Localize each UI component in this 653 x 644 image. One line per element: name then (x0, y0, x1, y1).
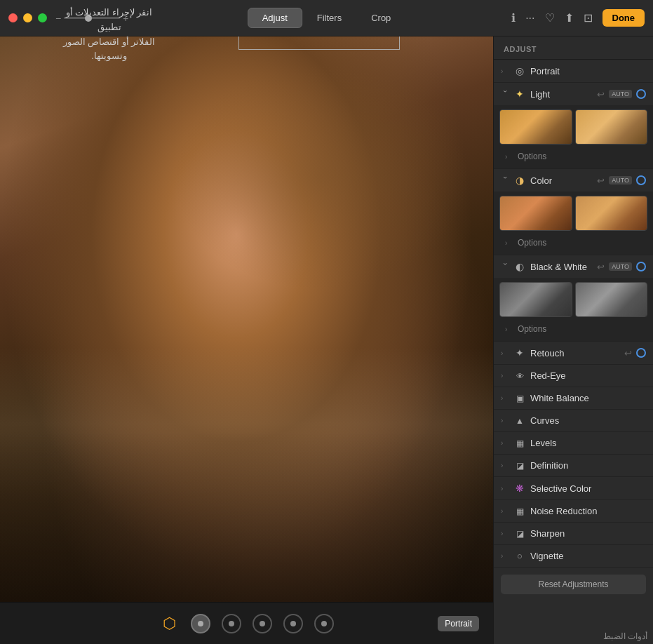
retouch-toggle[interactable] (636, 348, 646, 358)
color-toggle[interactable] (636, 175, 646, 185)
bw-thumb-1[interactable] (499, 282, 572, 317)
adj-row-redeye[interactable]: › 👁 Red-Eye (494, 365, 653, 387)
traffic-lights (8, 13, 47, 22)
color-undo-icon[interactable]: ↩ (597, 175, 605, 186)
light-toggle[interactable] (636, 89, 646, 99)
color-adj-icon: ◑ (513, 175, 526, 186)
bw-thumbnails (499, 282, 647, 317)
adj-item-wb: › ▣ White Balance (494, 387, 653, 410)
adj-row-retouch[interactable]: › ✦ Retouch ↩ (494, 342, 653, 364)
info-icon[interactable]: ℹ (511, 11, 516, 25)
more-icon[interactable]: ··· (525, 12, 534, 25)
adj-row-bw[interactable]: › ◐ Black & White ↩ AUTO (494, 255, 653, 278)
light-auto-btn[interactable]: AUTO (609, 90, 632, 98)
chevron-sharpen: › (501, 530, 509, 537)
crop-icon[interactable]: ⊡ (584, 11, 593, 25)
adjust-panel: ADJUST › ◎ Portrait › ✦ Light ↩ AUTO (493, 36, 653, 644)
view-btn-2[interactable] (222, 614, 241, 633)
adjust-scroll[interactable]: › ◎ Portrait › ✦ Light ↩ AUTO (494, 60, 653, 644)
bw-undo-icon[interactable]: ↩ (597, 262, 605, 272)
zoom-plus[interactable]: + (123, 13, 128, 24)
color-auto-btn[interactable]: AUTO (609, 176, 632, 185)
bw-options-chevron: › (505, 326, 513, 333)
chevron-retouch: › (501, 349, 509, 357)
adj-row-selective-color[interactable]: › ❋ Selective Color (494, 477, 653, 499)
light-options-row[interactable]: › Options (499, 149, 647, 164)
chevron-levels: › (501, 439, 509, 447)
light-adj-icon: ✦ (513, 88, 526, 100)
bw-adj-icon: ◐ (513, 261, 526, 272)
zoom-slider-track[interactable] (64, 17, 120, 19)
adj-item-redeye: › 👁 Red-Eye (494, 365, 653, 387)
fullscreen-button[interactable] (38, 13, 47, 22)
adj-row-portrait[interactable]: › ◎ Portrait (494, 60, 653, 82)
retouch-undo-icon[interactable]: ↩ (624, 348, 632, 358)
adj-row-wb[interactable]: › ▣ White Balance (494, 387, 653, 409)
view-btn-5[interactable] (314, 614, 334, 633)
color-options-chevron: › (505, 239, 513, 247)
color-expanded: › Options (494, 192, 653, 255)
done-button[interactable]: Done (602, 9, 645, 27)
bw-options-row[interactable]: › Options (499, 321, 647, 337)
bw-toggle[interactable] (636, 262, 646, 271)
sharpen-adj-icon: ◪ (513, 529, 526, 539)
heart-icon[interactable]: ♡ (545, 11, 555, 25)
sharpen-adj-label: Sharpen (530, 528, 646, 539)
wb-adj-label: White Balance (530, 393, 646, 403)
main-content: ⬡ Portrait ADJUST › (0, 36, 653, 644)
noise-adj-label: Noise Reduction (530, 506, 646, 516)
view-btn-1[interactable] (191, 614, 210, 633)
curves-adj-icon: ▲ (513, 416, 526, 426)
bw-thumb-2[interactable] (575, 282, 648, 317)
adj-row-curves[interactable]: › ▲ Curves (494, 410, 653, 431)
tab-filters[interactable]: Filters (302, 8, 356, 28)
definition-adj-icon: ◪ (513, 461, 526, 471)
chevron-wb: › (501, 394, 509, 402)
color-options-label: Options (518, 238, 546, 248)
adj-row-definition[interactable]: › ◪ Definition (494, 455, 653, 476)
adj-row-light[interactable]: › ✦ Light ↩ AUTO (494, 83, 653, 105)
light-adj-controls: ↩ AUTO (597, 89, 646, 100)
adj-row-levels[interactable]: › ▦ Levels (494, 432, 653, 454)
photo-area: ⬡ Portrait (0, 36, 493, 644)
light-thumb-2[interactable] (575, 109, 648, 145)
adj-item-vignette: › ○ Vignette (494, 545, 653, 568)
tab-crop[interactable]: Crop (356, 8, 405, 28)
portrait-badge[interactable]: Portrait (438, 616, 479, 631)
adj-item-levels: › ▦ Levels (494, 432, 653, 455)
close-button[interactable] (8, 13, 18, 22)
curves-adj-label: Curves (530, 415, 646, 426)
minimize-button[interactable] (23, 13, 32, 22)
portrait-mode-icon[interactable]: ⬡ (160, 614, 180, 633)
bottom-bar: ⬡ Portrait (0, 602, 493, 644)
color-options-row[interactable]: › Options (499, 235, 647, 250)
view-btn-3[interactable] (253, 614, 272, 633)
bw-adj-controls: ↩ AUTO (597, 262, 646, 272)
chevron-color: › (501, 176, 509, 185)
chevron-redeye: › (501, 372, 509, 380)
adj-row-vignette[interactable]: › ○ Vignette (494, 545, 653, 567)
chevron-curves: › (501, 417, 509, 424)
tab-adjust[interactable]: Adjust (248, 8, 302, 28)
adj-row-noise[interactable]: › ▦ Noise Reduction (494, 500, 653, 522)
bw-auto-btn[interactable]: AUTO (609, 262, 632, 271)
adj-item-sharpen: › ◪ Sharpen (494, 523, 653, 545)
portrait-adj-icon: ◎ (513, 65, 526, 76)
selective-color-adj-icon: ❋ (513, 483, 526, 494)
zoom-slider-thumb (85, 15, 92, 22)
adj-row-color[interactable]: › ◑ Color ↩ AUTO (494, 169, 653, 192)
reset-adjustments-button[interactable]: Reset Adjustments (501, 575, 646, 594)
levels-adj-icon: ▦ (513, 438, 526, 448)
levels-adj-label: Levels (530, 438, 646, 448)
zoom-minus[interactable]: − (55, 13, 61, 24)
light-thumb-1[interactable] (499, 109, 572, 145)
color-thumb-1[interactable] (499, 196, 572, 231)
chevron-vignette: › (501, 552, 509, 560)
light-thumbnails (499, 109, 647, 145)
light-undo-icon[interactable]: ↩ (597, 89, 605, 100)
color-thumb-2[interactable] (575, 196, 648, 231)
retouch-adj-controls: ↩ (624, 348, 646, 358)
share-icon[interactable]: ⬆ (565, 11, 574, 25)
view-btn-4[interactable] (283, 614, 303, 633)
adj-row-sharpen[interactable]: › ◪ Sharpen (494, 523, 653, 544)
